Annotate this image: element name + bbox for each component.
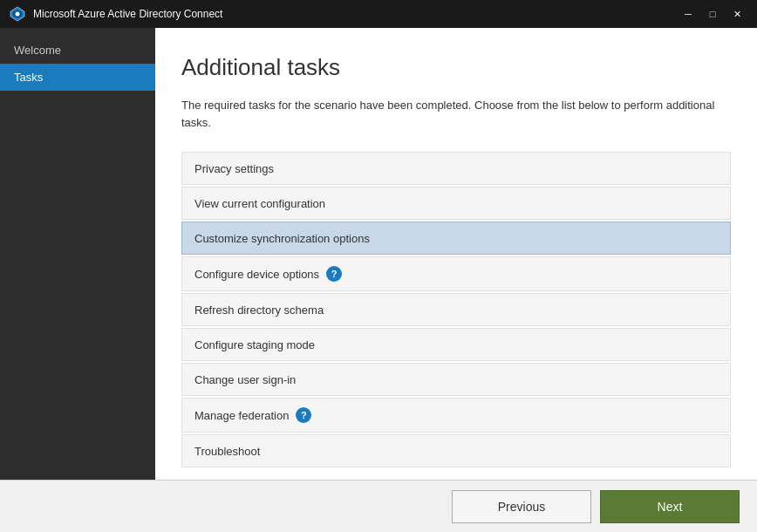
next-button[interactable]: Next bbox=[600, 490, 740, 523]
task-item-privacy-settings[interactable]: Privacy settings bbox=[181, 152, 731, 185]
configure-device-help-icon[interactable]: ? bbox=[326, 266, 342, 282]
window-controls: ─ □ ✕ bbox=[677, 5, 748, 23]
task-item-refresh-schema[interactable]: Refresh directory schema bbox=[181, 293, 731, 326]
task-item-view-config[interactable]: View current configuration bbox=[181, 187, 731, 220]
task-list: Privacy settings View current configurat… bbox=[181, 152, 731, 467]
main-window: Welcome Tasks Additional tasks The requi… bbox=[0, 28, 757, 532]
manage-federation-help-icon[interactable]: ? bbox=[296, 407, 311, 423]
task-item-user-signin[interactable]: Change user sign-in bbox=[181, 363, 731, 396]
task-item-configure-device[interactable]: Configure device options ? bbox=[181, 256, 731, 291]
window-title: Microsoft Azure Active Directory Connect bbox=[33, 8, 677, 20]
footer: Previous Next bbox=[0, 480, 757, 532]
task-item-customize-sync[interactable]: Customize synchronization options bbox=[181, 222, 731, 255]
content-area: Welcome Tasks Additional tasks The requi… bbox=[0, 28, 757, 480]
main-content: Additional tasks The required tasks for … bbox=[155, 28, 757, 480]
maximize-button[interactable]: □ bbox=[701, 5, 724, 23]
task-item-manage-federation[interactable]: Manage federation ? bbox=[181, 398, 731, 433]
sidebar-item-tasks[interactable]: Tasks bbox=[0, 64, 155, 91]
svg-point-2 bbox=[16, 12, 20, 17]
page-title: Additional tasks bbox=[181, 54, 731, 81]
minimize-button[interactable]: ─ bbox=[677, 5, 699, 23]
titlebar: Microsoft Azure Active Directory Connect… bbox=[0, 0, 757, 28]
task-item-troubleshoot[interactable]: Troubleshoot bbox=[181, 434, 731, 467]
description: The required tasks for the scenario have… bbox=[181, 97, 722, 131]
sidebar: Welcome Tasks bbox=[0, 28, 155, 480]
close-button[interactable]: ✕ bbox=[726, 5, 748, 23]
app-icon bbox=[9, 5, 26, 23]
previous-button[interactable]: Previous bbox=[452, 490, 591, 523]
task-item-staging-mode[interactable]: Configure staging mode bbox=[181, 328, 731, 361]
sidebar-item-welcome[interactable]: Welcome bbox=[0, 37, 155, 64]
